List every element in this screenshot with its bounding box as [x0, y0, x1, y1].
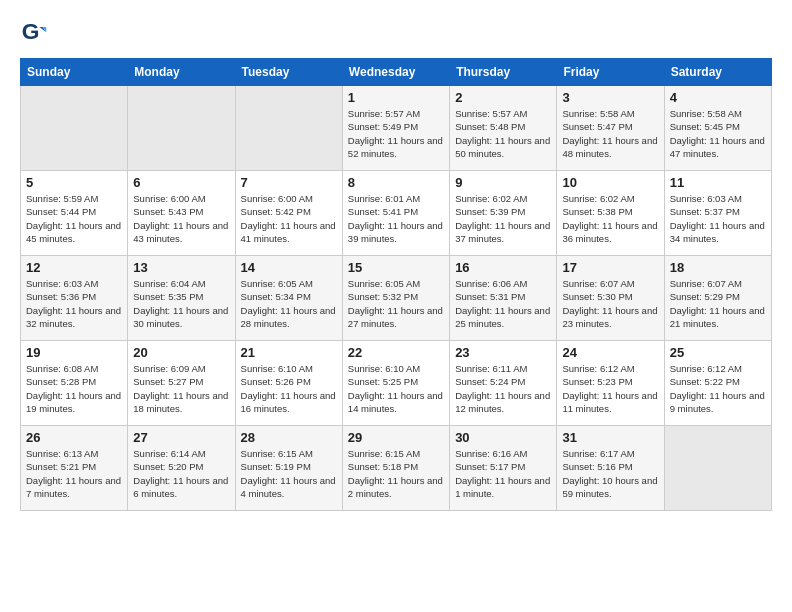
calendar-cell: 5Sunrise: 5:59 AM Sunset: 5:44 PM Daylig… [21, 171, 128, 256]
day-number: 20 [133, 345, 229, 360]
calendar-cell: 20Sunrise: 6:09 AM Sunset: 5:27 PM Dayli… [128, 341, 235, 426]
weekday-header-row: SundayMondayTuesdayWednesdayThursdayFrid… [21, 59, 772, 86]
calendar-cell: 28Sunrise: 6:15 AM Sunset: 5:19 PM Dayli… [235, 426, 342, 511]
day-info: Sunrise: 6:16 AM Sunset: 5:17 PM Dayligh… [455, 447, 551, 500]
day-info: Sunrise: 6:05 AM Sunset: 5:32 PM Dayligh… [348, 277, 444, 330]
day-number: 24 [562, 345, 658, 360]
logo-icon: G [20, 20, 48, 48]
week-row-0: 1Sunrise: 5:57 AM Sunset: 5:49 PM Daylig… [21, 86, 772, 171]
day-info: Sunrise: 5:59 AM Sunset: 5:44 PM Dayligh… [26, 192, 122, 245]
calendar-cell: 27Sunrise: 6:14 AM Sunset: 5:20 PM Dayli… [128, 426, 235, 511]
day-number: 2 [455, 90, 551, 105]
day-info: Sunrise: 6:07 AM Sunset: 5:30 PM Dayligh… [562, 277, 658, 330]
header: G [20, 20, 772, 48]
day-number: 26 [26, 430, 122, 445]
day-number: 30 [455, 430, 551, 445]
day-info: Sunrise: 6:03 AM Sunset: 5:37 PM Dayligh… [670, 192, 766, 245]
day-number: 6 [133, 175, 229, 190]
logo: G [20, 20, 52, 48]
day-info: Sunrise: 6:15 AM Sunset: 5:18 PM Dayligh… [348, 447, 444, 500]
calendar-cell: 9Sunrise: 6:02 AM Sunset: 5:39 PM Daylig… [450, 171, 557, 256]
day-info: Sunrise: 6:15 AM Sunset: 5:19 PM Dayligh… [241, 447, 337, 500]
day-number: 18 [670, 260, 766, 275]
day-info: Sunrise: 6:02 AM Sunset: 5:39 PM Dayligh… [455, 192, 551, 245]
calendar-cell [664, 426, 771, 511]
day-info: Sunrise: 6:02 AM Sunset: 5:38 PM Dayligh… [562, 192, 658, 245]
calendar-cell: 24Sunrise: 6:12 AM Sunset: 5:23 PM Dayli… [557, 341, 664, 426]
day-info: Sunrise: 5:58 AM Sunset: 5:45 PM Dayligh… [670, 107, 766, 160]
calendar-cell: 15Sunrise: 6:05 AM Sunset: 5:32 PM Dayli… [342, 256, 449, 341]
day-info: Sunrise: 5:57 AM Sunset: 5:48 PM Dayligh… [455, 107, 551, 160]
calendar-cell: 3Sunrise: 5:58 AM Sunset: 5:47 PM Daylig… [557, 86, 664, 171]
day-number: 7 [241, 175, 337, 190]
day-info: Sunrise: 6:03 AM Sunset: 5:36 PM Dayligh… [26, 277, 122, 330]
calendar-cell: 11Sunrise: 6:03 AM Sunset: 5:37 PM Dayli… [664, 171, 771, 256]
calendar-cell: 25Sunrise: 6:12 AM Sunset: 5:22 PM Dayli… [664, 341, 771, 426]
day-number: 16 [455, 260, 551, 275]
calendar-cell: 16Sunrise: 6:06 AM Sunset: 5:31 PM Dayli… [450, 256, 557, 341]
day-info: Sunrise: 5:57 AM Sunset: 5:49 PM Dayligh… [348, 107, 444, 160]
week-row-1: 5Sunrise: 5:59 AM Sunset: 5:44 PM Daylig… [21, 171, 772, 256]
day-number: 14 [241, 260, 337, 275]
calendar-cell: 29Sunrise: 6:15 AM Sunset: 5:18 PM Dayli… [342, 426, 449, 511]
day-number: 10 [562, 175, 658, 190]
weekday-header-friday: Friday [557, 59, 664, 86]
day-number: 31 [562, 430, 658, 445]
weekday-header-tuesday: Tuesday [235, 59, 342, 86]
weekday-header-monday: Monday [128, 59, 235, 86]
calendar-cell: 31Sunrise: 6:17 AM Sunset: 5:16 PM Dayli… [557, 426, 664, 511]
calendar-cell: 10Sunrise: 6:02 AM Sunset: 5:38 PM Dayli… [557, 171, 664, 256]
day-info: Sunrise: 6:00 AM Sunset: 5:42 PM Dayligh… [241, 192, 337, 245]
calendar-cell: 7Sunrise: 6:00 AM Sunset: 5:42 PM Daylig… [235, 171, 342, 256]
day-number: 25 [670, 345, 766, 360]
weekday-header-saturday: Saturday [664, 59, 771, 86]
day-number: 12 [26, 260, 122, 275]
day-number: 22 [348, 345, 444, 360]
day-info: Sunrise: 6:09 AM Sunset: 5:27 PM Dayligh… [133, 362, 229, 415]
week-row-3: 19Sunrise: 6:08 AM Sunset: 5:28 PM Dayli… [21, 341, 772, 426]
calendar-cell: 4Sunrise: 5:58 AM Sunset: 5:45 PM Daylig… [664, 86, 771, 171]
calendar-cell: 1Sunrise: 5:57 AM Sunset: 5:49 PM Daylig… [342, 86, 449, 171]
day-number: 5 [26, 175, 122, 190]
calendar-cell: 2Sunrise: 5:57 AM Sunset: 5:48 PM Daylig… [450, 86, 557, 171]
svg-text:G: G [22, 20, 40, 44]
day-number: 23 [455, 345, 551, 360]
day-info: Sunrise: 6:10 AM Sunset: 5:26 PM Dayligh… [241, 362, 337, 415]
calendar-cell [128, 86, 235, 171]
calendar-cell: 22Sunrise: 6:10 AM Sunset: 5:25 PM Dayli… [342, 341, 449, 426]
weekday-header-sunday: Sunday [21, 59, 128, 86]
calendar-cell: 18Sunrise: 6:07 AM Sunset: 5:29 PM Dayli… [664, 256, 771, 341]
week-row-2: 12Sunrise: 6:03 AM Sunset: 5:36 PM Dayli… [21, 256, 772, 341]
calendar: SundayMondayTuesdayWednesdayThursdayFrid… [20, 58, 772, 511]
calendar-cell: 21Sunrise: 6:10 AM Sunset: 5:26 PM Dayli… [235, 341, 342, 426]
calendar-cell: 30Sunrise: 6:16 AM Sunset: 5:17 PM Dayli… [450, 426, 557, 511]
day-number: 9 [455, 175, 551, 190]
calendar-cell: 19Sunrise: 6:08 AM Sunset: 5:28 PM Dayli… [21, 341, 128, 426]
day-info: Sunrise: 5:58 AM Sunset: 5:47 PM Dayligh… [562, 107, 658, 160]
day-info: Sunrise: 6:14 AM Sunset: 5:20 PM Dayligh… [133, 447, 229, 500]
day-info: Sunrise: 6:10 AM Sunset: 5:25 PM Dayligh… [348, 362, 444, 415]
day-info: Sunrise: 6:06 AM Sunset: 5:31 PM Dayligh… [455, 277, 551, 330]
day-number: 3 [562, 90, 658, 105]
calendar-cell [235, 86, 342, 171]
day-number: 11 [670, 175, 766, 190]
weekday-header-thursday: Thursday [450, 59, 557, 86]
day-info: Sunrise: 6:12 AM Sunset: 5:22 PM Dayligh… [670, 362, 766, 415]
day-info: Sunrise: 6:12 AM Sunset: 5:23 PM Dayligh… [562, 362, 658, 415]
calendar-cell: 13Sunrise: 6:04 AM Sunset: 5:35 PM Dayli… [128, 256, 235, 341]
day-number: 4 [670, 90, 766, 105]
day-info: Sunrise: 6:11 AM Sunset: 5:24 PM Dayligh… [455, 362, 551, 415]
week-row-4: 26Sunrise: 6:13 AM Sunset: 5:21 PM Dayli… [21, 426, 772, 511]
page: G SundayMondayTuesdayWednesdayThursdayFr… [0, 0, 792, 521]
day-info: Sunrise: 6:00 AM Sunset: 5:43 PM Dayligh… [133, 192, 229, 245]
day-info: Sunrise: 6:13 AM Sunset: 5:21 PM Dayligh… [26, 447, 122, 500]
day-number: 29 [348, 430, 444, 445]
calendar-cell: 8Sunrise: 6:01 AM Sunset: 5:41 PM Daylig… [342, 171, 449, 256]
calendar-cell [21, 86, 128, 171]
calendar-cell: 6Sunrise: 6:00 AM Sunset: 5:43 PM Daylig… [128, 171, 235, 256]
day-info: Sunrise: 6:04 AM Sunset: 5:35 PM Dayligh… [133, 277, 229, 330]
day-number: 15 [348, 260, 444, 275]
day-number: 19 [26, 345, 122, 360]
calendar-cell: 17Sunrise: 6:07 AM Sunset: 5:30 PM Dayli… [557, 256, 664, 341]
weekday-header-wednesday: Wednesday [342, 59, 449, 86]
